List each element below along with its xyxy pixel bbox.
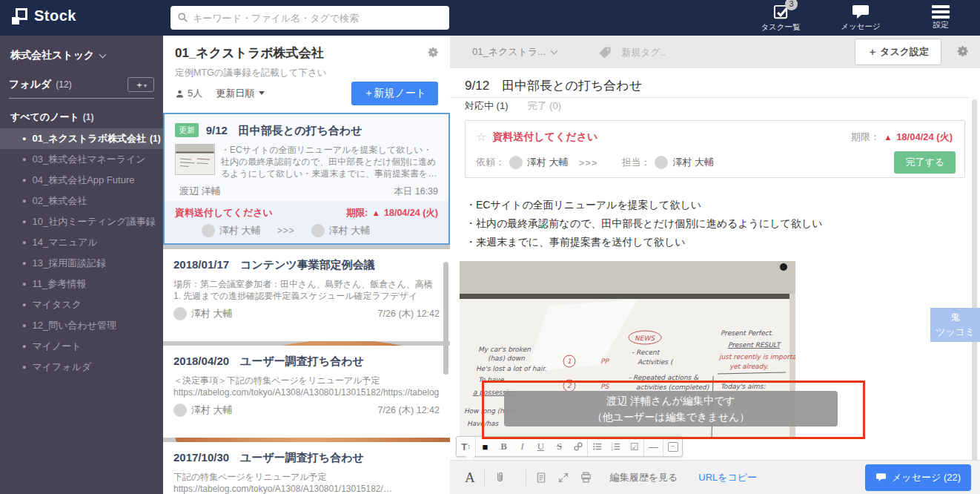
strikethrough-button[interactable]: S	[550, 437, 569, 456]
settings-button[interactable]: 設定	[915, 5, 967, 30]
sidebar-folder-03-moneyline[interactable]: 03_株式会社マネーライン	[0, 149, 163, 170]
app-logo[interactable]: Stock	[12, 7, 76, 24]
messages-button[interactable]: メッセージ	[835, 4, 887, 32]
copy-url-link[interactable]: URLをコピー	[698, 471, 757, 484]
task-setting-button[interactable]: ＋ タスク設定	[855, 39, 941, 65]
svg-text:He's lost a lot of hair.: He's lost a lot of hair.	[476, 365, 546, 372]
note-timestamp: 7/26 (木) 12:42	[378, 404, 440, 417]
editor-bottom-bar: A 編集履歴を見る URLをコピー メッセージ (22)	[450, 460, 980, 494]
task-list-button[interactable]: 3 タスク一覧	[755, 4, 807, 33]
avatar	[202, 224, 215, 237]
sidebar-folder-02-kabushiki[interactable]: 02_株式会社	[0, 191, 163, 211]
task-assignee: 澤村 大輔	[672, 156, 714, 169]
formatting-toolbar: T↕ ■ B I U S 123 ☑ — −	[456, 436, 683, 457]
note-title: 9/12 田中部長との打ち合わせ	[206, 124, 362, 136]
text-size-button[interactable]: T↕	[457, 437, 475, 456]
fullscreen-button[interactable]	[557, 472, 569, 484]
note-card[interactable]: 2017/10/30 ユーザー調査打ち合わせ 下記の特集ページをリニューアル予定…	[163, 442, 450, 494]
note-preview: 場所：第二会議室参加者：田中さん、島野さん、飯倉さん、高橋1. 先週までの進捗確…	[173, 278, 440, 302]
note-thumbnail-whiteboard	[175, 144, 215, 175]
caret-down-icon: ▾	[144, 82, 147, 89]
sidebar-folder-mytask[interactable]: マイタスク	[0, 294, 163, 315]
editing-lock-message: （他ユーザーは編集できません）	[504, 409, 838, 425]
svg-text:(has) down: (has) down	[488, 355, 525, 362]
add-folder-button[interactable]: ＋▾	[128, 77, 154, 92]
logo-text: Stock	[34, 7, 76, 24]
edit-history-link[interactable]: 編集履歴を見る	[610, 471, 678, 484]
tag-icon	[598, 45, 612, 59]
print-button[interactable]	[580, 471, 592, 484]
font-style-button[interactable]: A	[465, 470, 475, 486]
sidebar-folder-11-reference[interactable]: 11_参考情報	[0, 274, 163, 294]
search-input[interactable]	[170, 6, 449, 30]
sort-order-dropdown[interactable]: 更新日順	[216, 87, 265, 100]
note-card[interactable]: 2018/01/17 コンテンツ事業部定例会議 場所：第二会議室参加者：田中さん…	[163, 249, 450, 341]
navbar-actions: 3 タスク一覧 メッセージ 設定	[755, 0, 967, 36]
document-view-button[interactable]	[535, 472, 547, 484]
person-icon	[175, 89, 185, 99]
italic-button[interactable]: I	[513, 437, 532, 456]
warning-triangle-icon: ▲	[372, 208, 380, 217]
svg-text:My car's broken: My car's broken	[478, 346, 531, 353]
top-navbar: Stock 3 タスク一覧 メッセージ 設定	[0, 0, 980, 36]
complete-task-button[interactable]: 完了する	[894, 151, 956, 174]
tab-done[interactable]: 完了 (0)	[528, 99, 562, 117]
new-tag-input[interactable]	[621, 47, 732, 58]
new-note-button[interactable]: ＋新規ノート	[351, 82, 438, 105]
message-button[interactable]: メッセージ (22)	[865, 464, 971, 491]
attach-file-button[interactable]	[494, 471, 506, 484]
sidebar-folder-myfolder[interactable]: マイフォルダ	[0, 357, 163, 378]
checklist-button[interactable]: ☑	[625, 437, 643, 456]
sidebar-folder-10-meeting[interactable]: 10_社内ミーティング議事録	[0, 211, 163, 232]
sidebar-folder-14-manual[interactable]: 14_マニュアル	[0, 232, 163, 253]
chevron-down-icon	[551, 47, 558, 54]
note-card-selected[interactable]: 更新 9/12 田中部長との打ち合わせ ・ECサイトの全面リニューアルを提案して…	[163, 113, 450, 245]
members-count[interactable]: 5人	[175, 87, 202, 100]
numbered-list-button[interactable]: 123	[606, 437, 625, 456]
note-author: 渡辺 洋輔	[179, 185, 221, 198]
tab-in-progress[interactable]: 対応中 (1)	[465, 99, 509, 117]
svg-text:yet already.: yet already.	[729, 363, 769, 370]
sidebar-folder-01-nextlabo[interactable]: 01_ネクストラボ株式会社(1)	[0, 128, 163, 149]
task-title: 資料送付してください	[175, 206, 273, 220]
note-settings-gear-icon[interactable]	[956, 45, 970, 60]
svg-text:Activities (: Activities (	[638, 358, 674, 366]
sidebar-folder-12-inquiry[interactable]: 12_問い合わせ管理	[0, 315, 163, 336]
folder-settings-gear-icon[interactable]	[427, 46, 440, 61]
detail-scrollbar[interactable]	[972, 99, 977, 488]
note-card-task: 資料送付してください 期限: ▲ 18/04/24 (火) 澤村 大輔 >>> …	[165, 201, 448, 243]
sidebar-folder-mynote[interactable]: マイノート	[0, 336, 163, 357]
task-arrow: >>>	[579, 157, 598, 168]
sidebar-folder-13-interview[interactable]: 13_採用面談記録	[0, 253, 163, 274]
all-notes-item[interactable]: すべてのノート(1)	[0, 99, 163, 128]
avatar	[173, 404, 187, 417]
task-deadline: 期限: ▲ 18/04/24 (火)	[346, 207, 438, 220]
oni-tsukkomi-tab[interactable]: 鬼 ツッコミ	[930, 308, 980, 342]
svg-text:Present Perfect.: Present Perfect.	[721, 329, 773, 337]
detail-note-title: 9/12 田中部長との打ち合わせ	[450, 68, 969, 98]
svg-text:Present RESULT: Present RESULT	[728, 341, 782, 349]
star-icon[interactable]: ☆	[476, 130, 486, 144]
requester-label: 依頼：	[476, 156, 505, 169]
bullet-list-button[interactable]	[588, 437, 606, 456]
underline-button[interactable]: U	[532, 437, 550, 456]
collapse-block-button[interactable]: −	[663, 437, 682, 456]
text-color-button[interactable]: ■	[476, 437, 494, 456]
note-folder-dropdown[interactable]: 01_ネクストラ...	[472, 45, 557, 59]
note-body-line: ・社内の最終承認前なので、田中部長とだけ個別に進めるようにして欲しい	[466, 214, 823, 233]
note-card[interactable]: 2018/04/20 ユーザー調査打ち合わせ ＜決定事項＞下記の特集ページをリニ…	[163, 346, 450, 438]
note-title: 2018/01/17 コンテンツ事業部定例会議	[173, 258, 375, 271]
stock-logo-icon	[12, 8, 28, 24]
note-list-scrollbar[interactable]	[443, 262, 448, 375]
bold-button[interactable]: B	[494, 437, 513, 456]
team-selector[interactable]: 株式会社ストック	[0, 36, 163, 62]
speech-bubble-icon	[852, 4, 870, 20]
note-author: 澤村 大輔	[191, 404, 233, 417]
task-count-badge: 3	[785, 0, 798, 10]
link-button[interactable]	[569, 437, 587, 456]
horizontal-rule-button[interactable]: —	[644, 437, 663, 456]
note-list-column: 01_ネクストラボ株式会社 定例MTGの議事録を記載して下さい 5人 更新日順 …	[163, 36, 450, 494]
svg-text:3: 3	[611, 448, 613, 452]
task-deadline: 期限： ▲ 18/04/24 (火)	[851, 131, 953, 144]
sidebar-folder-04-appfuture[interactable]: 04_株式会社App Future	[0, 170, 163, 191]
